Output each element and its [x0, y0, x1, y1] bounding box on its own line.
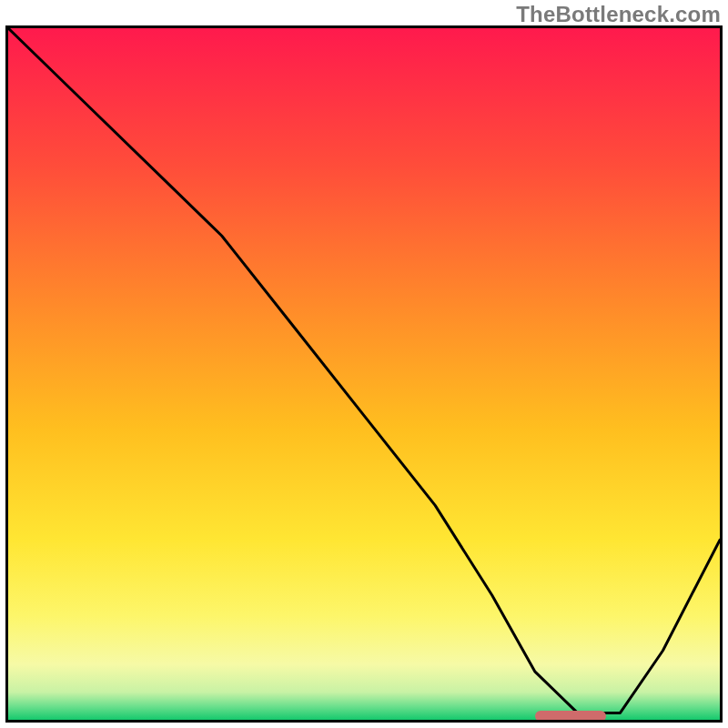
watermark-text: TheBottleneck.com — [516, 2, 721, 27]
chart-frame — [5, 25, 723, 723]
bottleneck-curve — [8, 28, 720, 720]
curve-path — [8, 28, 720, 713]
optimal-range-marker — [535, 711, 606, 722]
